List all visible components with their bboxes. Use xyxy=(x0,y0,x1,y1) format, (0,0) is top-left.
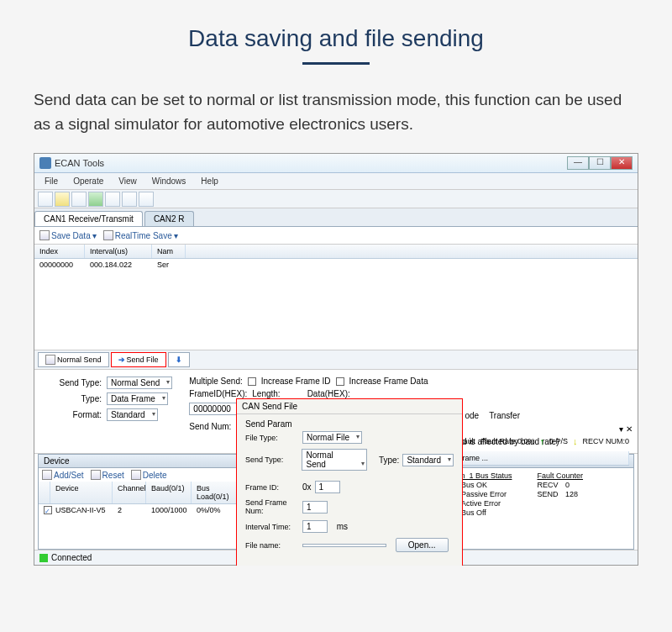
increase-data-checkbox[interactable] xyxy=(336,377,344,386)
reset-button[interactable]: Reset xyxy=(91,470,124,480)
cell-index: 00000000 xyxy=(34,260,85,270)
send-frame-num-input[interactable]: 1 xyxy=(302,501,328,514)
arrow-down-icon: ⬇ xyxy=(176,356,182,364)
length-label: Length: xyxy=(252,389,280,398)
fault-rate: Fault Rate:0.0% xyxy=(480,437,535,445)
add-icon xyxy=(42,470,52,480)
cell-interval: 000.184.022 xyxy=(85,260,152,270)
minimize-button[interactable]: — xyxy=(567,156,589,170)
recv-num: RECV NUM:0 xyxy=(582,437,629,445)
send-mode-tabs: Normal Send ➔Send File ⬇ xyxy=(34,350,638,370)
toolbar-button[interactable] xyxy=(38,192,53,207)
toolbar-button[interactable] xyxy=(55,192,70,207)
window-titlebar: ECAN Tools — ☐ ✕ xyxy=(34,154,638,173)
can-send-file-dialog: CAN Send File Send Param File Type:Norma… xyxy=(236,398,463,566)
save-data-button[interactable]: Save Data ▾ xyxy=(39,230,97,240)
page-description: Send data can be set to normal or list t… xyxy=(0,88,672,153)
transfer-menu[interactable]: Transfer xyxy=(489,411,520,420)
col-channel: Channel xyxy=(113,482,146,503)
menu-help[interactable]: Help xyxy=(194,175,225,187)
multiple-send-label: Multiple Send: xyxy=(189,377,242,386)
reset-icon xyxy=(91,470,101,480)
realtime-save-button[interactable]: RealTime Save ▾ xyxy=(103,230,178,240)
toolbar-button[interactable] xyxy=(88,192,103,207)
maximize-button[interactable]: ☐ xyxy=(589,156,611,170)
data-label: Data(HEX): xyxy=(307,389,350,398)
toolbar-button[interactable] xyxy=(105,192,120,207)
dlg-send-type-label: Send Type: xyxy=(245,456,298,464)
cell-name: Ser xyxy=(152,260,186,270)
app-window: ECAN Tools — ☐ ✕ File Operate View Windo… xyxy=(34,153,638,566)
interval-time-input[interactable]: 1 xyxy=(302,520,328,533)
close-panel-button[interactable]: ▾ ✕ xyxy=(619,424,633,434)
increase-id-checkbox[interactable] xyxy=(248,377,256,386)
tab-send-file[interactable]: ➔Send File xyxy=(111,352,166,367)
col-frame: Frame ... xyxy=(453,451,629,465)
title-underline xyxy=(302,62,370,65)
file-type-label: File Type: xyxy=(245,434,299,442)
send-frame-num-label: Send Frame Num: xyxy=(245,498,299,515)
tab-can2[interactable]: CAN2 R xyxy=(144,211,194,226)
increase-id-label: Increase Frame ID xyxy=(261,377,331,386)
file-name-label: File name: xyxy=(245,541,299,550)
arrow-right-icon: ➔ xyxy=(118,356,125,364)
dlg-type-select[interactable]: Standard xyxy=(402,454,454,466)
menu-bar: File Operate View Windows Help xyxy=(34,173,638,190)
ms-label: ms xyxy=(337,522,348,531)
app-icon xyxy=(39,157,51,169)
toolbar-button[interactable] xyxy=(71,192,87,207)
col-interval: Interval(us) xyxy=(85,245,152,258)
receive-grid-row[interactable]: 00000000 000.184.022 Ser xyxy=(34,259,638,271)
open-button[interactable]: Open... xyxy=(396,538,449,552)
add-set-button[interactable]: Add/Set xyxy=(42,470,84,480)
menu-file[interactable]: File xyxy=(38,175,65,187)
frame-id-label: Frame ID: xyxy=(245,483,299,492)
send-param-label: Send Param xyxy=(245,419,454,429)
down-arrow-icon: ↓ xyxy=(573,436,578,446)
frameid-input[interactable]: 00000000 xyxy=(189,403,238,415)
dlg-send-type-select[interactable]: Normal Send xyxy=(302,449,367,471)
cell-baud: 1000/1000 xyxy=(146,505,192,516)
cell-device: USBCAN-II-V5 xyxy=(50,505,113,516)
col-index: Index xyxy=(34,245,85,258)
send-manual-label: Send Manual xyxy=(310,565,354,566)
dialog-title: CAN Send File xyxy=(237,399,462,414)
receive-toolbar: Save Data ▾ RealTime Save ▾ xyxy=(34,227,638,245)
frame-id-input[interactable]: 1 xyxy=(315,481,340,493)
tab-normal-send[interactable]: Normal Send xyxy=(38,352,109,367)
send-type-label: Send Type: xyxy=(51,378,102,387)
interval-time-label: Interval Time: xyxy=(245,523,299,531)
menu-view[interactable]: View xyxy=(112,175,144,187)
send-type-select[interactable]: Normal Send xyxy=(107,377,172,389)
tab-more[interactable]: ⬇ xyxy=(168,352,190,367)
cell-channel: 2 xyxy=(113,505,146,516)
menu-windows[interactable]: Windows xyxy=(145,175,193,187)
col-device: Device xyxy=(50,482,113,503)
channel-tabs: CAN1 Receive/Transmit CAN2 R xyxy=(34,208,638,227)
save-icon xyxy=(39,230,50,240)
window-title: ECAN Tools xyxy=(55,158,104,168)
menu-operate[interactable]: Operate xyxy=(66,175,110,187)
device-panel-title: Device xyxy=(44,456,70,466)
ps-value: 0 P/S xyxy=(549,437,568,445)
type-select[interactable]: Data Frame xyxy=(107,392,168,405)
format-select[interactable]: Standard xyxy=(107,408,158,421)
hex-prefix: 0x xyxy=(302,482,312,492)
col-baud: Baud(0/1) xyxy=(146,482,192,503)
file-name-input[interactable] xyxy=(302,544,386,547)
file-type-select[interactable]: Normal File xyxy=(302,431,362,444)
mode-menu[interactable]: ode xyxy=(465,411,479,420)
receive-grid-area xyxy=(34,271,638,350)
page-title: Data saving and file sending xyxy=(0,0,672,62)
delete-button[interactable]: Delete xyxy=(131,470,167,480)
toolbar-button[interactable] xyxy=(122,192,137,207)
close-button[interactable]: ✕ xyxy=(611,156,633,170)
auto-send-label: Auto Send xyxy=(258,565,292,566)
main-toolbar xyxy=(34,190,638,208)
increase-data-label: Increase Frame Data xyxy=(349,377,428,386)
delete-icon xyxy=(131,470,141,480)
toolbar-button[interactable] xyxy=(139,192,154,207)
tab-can1[interactable]: CAN1 Receive/Transmit xyxy=(34,211,143,226)
send-num-label: Send Num: xyxy=(189,422,231,431)
dlg-type-label: Type: xyxy=(379,456,399,465)
